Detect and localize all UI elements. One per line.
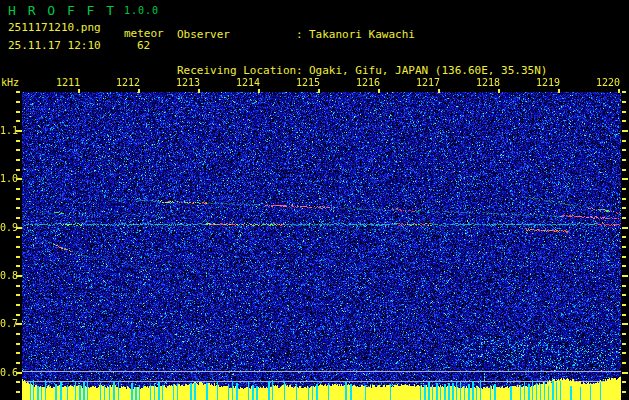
freq-tick-right [622, 140, 626, 142]
freq-tick-right [622, 352, 626, 354]
freq-tick-left [16, 304, 20, 306]
freq-tick-left [16, 120, 20, 122]
freq-tick-right [622, 178, 628, 180]
freq-tick-right [622, 333, 626, 335]
freq-tick-left [16, 285, 20, 287]
freq-tick-right [622, 323, 628, 325]
info-value: Takanori Kawachi [309, 29, 415, 41]
time-tick-mark [258, 89, 260, 93]
freq-axis-unit: kHz [1, 77, 19, 88]
freq-tick-left [16, 101, 20, 103]
time-tick-label: 1215 [293, 77, 323, 88]
freq-tick-right [622, 343, 626, 345]
time-tick-mark [198, 89, 200, 93]
info-separator: : [296, 65, 309, 77]
time-tick-label: 1212 [113, 77, 143, 88]
freq-tick-right [622, 275, 628, 277]
freq-tick-left [16, 265, 20, 267]
freq-tick-right [622, 265, 626, 267]
time-tick-mark [318, 89, 320, 93]
freq-tick-right [622, 111, 626, 113]
info-label: Observer [177, 29, 296, 41]
time-tick-label: 1211 [53, 77, 83, 88]
output-filename: 2511171210.png [8, 21, 101, 34]
freq-tick-left [16, 198, 20, 200]
time-tick-mark [78, 89, 80, 93]
freq-tick-left [16, 294, 20, 296]
freq-tick-right [622, 130, 628, 132]
freq-tick-right [622, 91, 626, 93]
spectrogram-canvas [22, 92, 621, 400]
freq-tick-left [16, 236, 20, 238]
freq-tick-right [622, 285, 626, 287]
app-title: H R O F F T [8, 3, 116, 18]
time-tick-label: 1219 [533, 77, 563, 88]
app-version: 1.0.0 [124, 5, 159, 16]
freq-tick-left [16, 217, 20, 219]
time-tick-label: 1217 [413, 77, 443, 88]
freq-tick-right [622, 294, 626, 296]
freq-tick-left [16, 149, 20, 151]
freq-tick-right [622, 198, 626, 200]
freq-tick-label: 0.7 [0, 318, 16, 329]
freq-tick-left [16, 362, 20, 364]
time-tick-mark [378, 89, 380, 93]
datetime-label: 25.11.17 12:10 [8, 39, 101, 52]
freq-tick-right [622, 159, 626, 161]
time-tick-mark [558, 89, 560, 93]
info-row-location: Receiving Location : Ogaki, Gifu, JAPAN … [177, 65, 547, 77]
freq-tick-label: 1.0 [0, 173, 16, 184]
freq-tick-right [622, 227, 628, 229]
freq-tick-right [622, 188, 626, 190]
freq-tick-right [622, 236, 626, 238]
info-label: Receiving Location [177, 65, 296, 77]
freq-tick-right [622, 362, 626, 364]
freq-tick-right [622, 149, 626, 151]
freq-tick-left [16, 381, 20, 383]
time-tick-mark [498, 89, 500, 93]
freq-tick-right [622, 256, 626, 258]
time-tick-label: 1220 [593, 77, 623, 88]
freq-tick-left [16, 343, 20, 345]
time-tick-mark [618, 89, 620, 93]
freq-tick-right [622, 304, 626, 306]
freq-tick-left [16, 159, 20, 161]
time-tick-label: 1216 [353, 77, 383, 88]
freq-tick-right [622, 381, 626, 383]
freq-tick-left [16, 352, 20, 354]
freq-tick-right [622, 169, 626, 171]
freq-tick-right [622, 101, 626, 103]
time-tick-label: 1214 [233, 77, 263, 88]
freq-tick-right [622, 391, 626, 393]
freq-tick-label: 0.6 [0, 367, 16, 378]
freq-tick-left [16, 256, 20, 258]
freq-tick-left [16, 140, 20, 142]
time-tick-mark [138, 89, 140, 93]
freq-tick-left [16, 314, 20, 316]
info-row-observer: Observer : Takanori Kawachi [177, 29, 547, 41]
freq-tick-left [16, 333, 20, 335]
freq-tick-left [16, 246, 20, 248]
hrofft-window: H R O F F T 1.0.0 2511171210.png meteor … [0, 0, 629, 400]
info-separator: : [296, 29, 309, 41]
freq-tick-right [622, 120, 626, 122]
info-value: Ogaki, Gifu, JAPAN (136.60E, 35.35N) [309, 65, 547, 77]
freq-tick-right [622, 314, 626, 316]
time-tick-label: 1218 [473, 77, 503, 88]
freq-tick-left [16, 188, 20, 190]
time-tick-mark [438, 89, 440, 93]
freq-tick-right [622, 246, 626, 248]
echo-count: 62 [137, 39, 150, 52]
freq-tick-label: 0.9 [0, 222, 16, 233]
freq-tick-left [16, 111, 20, 113]
freq-tick-label: 0.8 [0, 270, 16, 281]
freq-tick-left [16, 207, 20, 209]
freq-tick-right [622, 372, 628, 374]
freq-tick-left [16, 391, 20, 393]
freq-tick-right [622, 217, 626, 219]
time-tick-label: 1213 [173, 77, 203, 88]
freq-tick-left [16, 91, 20, 93]
freq-tick-right [622, 207, 626, 209]
freq-tick-left [16, 169, 20, 171]
freq-tick-label: 1.1 [0, 125, 16, 136]
